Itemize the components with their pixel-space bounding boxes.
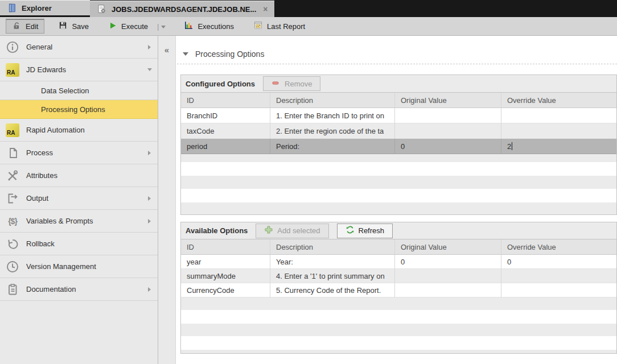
chevron-right-icon [148,151,151,155]
empty-row [181,162,616,176]
cell-id: period [181,139,270,154]
execute-button-label: Execute [121,22,148,31]
executions-button[interactable]: Executions [178,19,240,34]
sidebar-collapse-strip: « [158,36,176,364]
cell-override-value: 0 [501,255,616,269]
column-header[interactable]: Description [270,239,395,255]
table-row[interactable]: year Year: 0 0 [181,255,616,269]
execute-dropdown-icon[interactable] [161,26,166,28]
cell-original-value [395,269,501,283]
chevron-right-icon [148,287,151,292]
title-divider [177,64,617,64]
save-button[interactable]: Save [52,19,94,34]
edit-button-label: Edit [26,22,38,31]
table-row[interactable]: taxCode 2. Enter the region code of the … [181,123,616,139]
last-report-button[interactable]: Last Report [248,19,311,34]
column-header[interactable]: Override Value [501,239,616,255]
tab-explorer-label: Explorer [22,4,52,13]
sidebar-subitem-label: Data Selection [41,86,89,95]
refresh-button[interactable]: Refresh [337,224,393,238]
cell-original-value [395,108,501,123]
output-export-icon [5,191,20,206]
column-header[interactable]: ID [181,239,270,255]
tools-icon [5,168,20,183]
chevron-right-icon [148,219,151,224]
sidebar-item-process[interactable]: Process [0,142,158,164]
cell-override-value[interactable] [501,108,616,123]
sidebar-item-version-management[interactable]: Version Management [0,255,158,278]
empty-row [181,176,616,189]
chevron-down-icon [147,68,152,71]
empty-row [181,324,616,336]
sidebar: General RA JD Edwards Data Selection Pro… [0,36,158,364]
cell-description: 2. Enter the region code of the ta [270,123,395,139]
edit-button[interactable]: Edit [6,19,44,34]
tab-bar: Explorer JOBS.JDEDWARDSAGENT.JDEJOB.NE..… [0,0,617,17]
cell-override-value-editing[interactable]: 2 [501,139,616,154]
sidebar-item-label: Rapid Automation [26,126,85,134]
configured-table-header: ID Description Original Value Override V… [181,93,616,108]
cell-id: taxCode [181,123,270,139]
last-report-button-label: Last Report [267,22,305,31]
sidebar-item-variables-prompts[interactable]: {$} Variables & Prompts [0,210,158,233]
available-options-title: Available Options [186,226,248,235]
tab-close-icon[interactable]: × [263,5,268,14]
main-content: Processing Options Configured Options Re… [176,36,617,364]
column-header[interactable]: ID [181,93,270,108]
refresh-label: Refresh [359,226,385,235]
table-row[interactable]: summaryMode 4. Enter a '1' to print summ… [181,269,616,283]
tab-explorer[interactable]: Explorer [0,0,90,15]
column-header[interactable]: Original Value [395,93,501,108]
section-collapse-icon[interactable] [183,52,188,56]
process-icon [5,146,20,160]
info-icon [5,40,20,55]
toolbar: Edit Save Execute | Executions Last Repo… [0,17,617,36]
page-title: Processing Options [195,49,264,59]
variables-glyph-icon: {$} [5,214,20,229]
empty-row [181,154,616,162]
sidebar-item-rapid-automation[interactable]: RA Rapid Automation [0,119,158,142]
remove-button[interactable]: Remove [263,76,320,91]
add-plus-icon [264,225,273,236]
cell-override-value [501,283,616,297]
table-row[interactable]: BranchID 1. Enter the Branch ID to print… [181,108,616,123]
sidebar-item-label: Version Management [26,262,96,271]
table-row[interactable]: CurrencyCode 5. Currency Code of the Rep… [181,283,616,297]
cell-description: 5. Currency Code of the Report. [270,283,395,297]
cell-description: 4. Enter a '1' to print summary on [270,269,395,283]
execute-button[interactable]: Execute [102,19,154,34]
column-header[interactable]: Description [270,93,395,108]
execute-play-icon [108,21,117,32]
collapse-sidebar-icon[interactable]: « [164,45,169,55]
sidebar-item-jd-edwards[interactable]: RA JD Edwards [0,59,158,81]
empty-row [181,297,616,310]
clipboard-icon [5,282,20,297]
cell-id: CurrencyCode [181,283,270,297]
cell-id: summaryMode [181,269,270,283]
sidebar-item-documentation[interactable]: Documentation [0,278,158,301]
sidebar-item-label: Attributes [26,171,57,180]
empty-row [181,189,616,202]
cell-id: year [181,255,270,269]
column-header[interactable]: Override Value [501,93,616,108]
tab-job[interactable]: JOBS.JDEDWARDSAGENT.JDEJOB.NE... × [90,1,274,17]
table-row-selected[interactable]: period Period: 0 2 [181,139,616,154]
cell-original-value: 0 [395,255,501,269]
add-selected-button[interactable]: Add selected [256,224,328,238]
sidebar-item-rollback[interactable]: Rollback [0,233,158,255]
configured-options-title: Configured Options [186,80,255,88]
sidebar-item-general[interactable]: General [0,36,158,59]
sidebar-item-attributes[interactable]: Attributes [0,164,158,187]
cell-override-value[interactable] [501,123,616,139]
available-table-header: ID Description Original Value Override V… [181,239,616,255]
empty-row [181,336,616,350]
sidebar-item-output[interactable]: Output [0,187,158,210]
sidebar-item-processing-options[interactable]: Processing Options [0,100,158,119]
sidebar-item-data-selection[interactable]: Data Selection [0,81,158,100]
column-header[interactable]: Original Value [395,239,501,255]
text-cursor [512,142,512,150]
cell-description: Year: [270,255,395,269]
unlock-icon [12,21,22,32]
executions-chart-icon [184,20,194,32]
rollback-undo-icon [5,237,20,251]
